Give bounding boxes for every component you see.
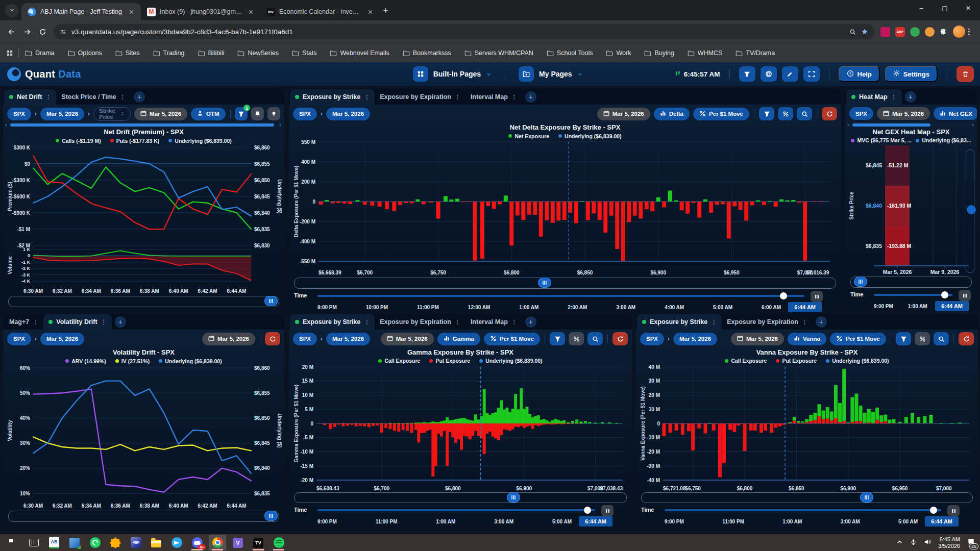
time-slider[interactable]	[317, 295, 804, 297]
add-tab-button[interactable]: +	[525, 91, 536, 103]
panel-tab-net-drift[interactable]: Net Drift⋮	[4, 89, 56, 105]
reload-button[interactable]	[39, 28, 46, 36]
panel-tab-exposure-by-expiration[interactable]: Exposure by Expiration⋮	[722, 314, 813, 330]
extensions-puzzle-icon[interactable]	[940, 28, 947, 35]
add-tab-button[interactable]: +	[134, 91, 145, 103]
search-icon[interactable]	[849, 29, 856, 35]
tab-close-icon[interactable]: ✕	[127, 8, 136, 16]
tab-menu-icon[interactable]: ⋮	[511, 94, 517, 101]
url-text[interactable]: v3.quantdata.us/page/custom/3bdaa9b2-c8d…	[71, 28, 844, 36]
bookmark-newseries[interactable]: NewSeries	[237, 49, 278, 57]
range-handle[interactable]	[264, 296, 278, 306]
panel-tab-interval-map[interactable]: Interval Map⋮	[465, 314, 522, 330]
legend-item[interactable]: Net Exposure	[508, 133, 549, 139]
time-slider[interactable]	[874, 294, 952, 296]
calendar-date-pill[interactable]: Mar 5, 2026	[877, 107, 930, 120]
taskbar-clock[interactable]: 6:45 AM 3/5/2026	[938, 536, 960, 549]
tab-menu-icon[interactable]: ⋮	[711, 319, 717, 325]
date-pill[interactable]: Mar 5, 2026	[40, 333, 84, 345]
range-handle[interactable]	[854, 277, 867, 287]
trash-button[interactable]	[957, 66, 974, 82]
bookmark-school-tools[interactable]: School Tools	[547, 49, 593, 57]
legend-item[interactable]: ARV (14.99%)	[65, 358, 106, 364]
bookmark-trading[interactable]: Trading	[153, 49, 185, 57]
calendar-date-pill[interactable]: Mar 5, 2026	[134, 108, 187, 120]
edit-button[interactable]	[782, 66, 798, 82]
tab-search-button[interactable]	[5, 4, 18, 17]
zoom-button[interactable]	[797, 107, 812, 120]
vertical-scroll-knob[interactable]	[967, 205, 976, 214]
filter-button[interactable]	[759, 107, 774, 120]
ideas-button[interactable]	[267, 107, 280, 120]
tab-menu-icon[interactable]: ⋮	[101, 319, 107, 325]
taskbar-icon-spotify[interactable]	[270, 535, 287, 550]
vertical-scrollbar[interactable]	[966, 149, 974, 273]
range-scrollbar[interactable]	[641, 492, 973, 504]
pause-button[interactable]	[601, 505, 614, 516]
filter-button[interactable]	[550, 332, 565, 345]
adblock-extension-icon[interactable]: ABP	[895, 27, 905, 37]
panel-tab-stock-price-time[interactable]: Stock Price / Time⋮	[56, 89, 130, 105]
tab-menu-icon[interactable]: ⋮	[455, 94, 460, 101]
minimize-button[interactable]: –	[910, 0, 933, 16]
extension-icon[interactable]	[880, 27, 890, 37]
help-button[interactable]: ?Help	[839, 66, 880, 82]
toolbar-scrollbar[interactable]: ‹›	[848, 123, 974, 128]
symbol-pill[interactable]: SPX	[7, 108, 31, 120]
add-tab-button[interactable]: +	[525, 316, 536, 328]
symbol-pill[interactable]: SPX	[7, 333, 31, 345]
taskbar-icon-tradingview[interactable]: TV	[250, 535, 267, 550]
quantdata-logo[interactable]: Quant Data	[7, 67, 81, 81]
tab-menu-icon[interactable]: ⋮	[120, 94, 126, 101]
range-scrollbar[interactable]	[8, 296, 279, 307]
panel-tab-exposure-by-strike[interactable]: Exposure by Strike⋮	[637, 314, 722, 330]
symbol-pill[interactable]: SPX	[293, 108, 317, 120]
panel-tab-heat-map[interactable]: Heat Map⋮	[846, 89, 902, 105]
profile-avatar[interactable]	[953, 26, 965, 38]
pause-button[interactable]	[811, 291, 823, 302]
taskbar-icon-discord[interactable]: 9+	[188, 535, 206, 550]
legend-item[interactable]: Underlying ($6,839.00)	[479, 358, 542, 364]
taskbar-icon-telegram[interactable]	[168, 535, 185, 550]
bookmark-star-icon[interactable]	[861, 28, 868, 35]
zoom-button[interactable]	[934, 332, 949, 345]
bookmark-stats[interactable]: Stats	[292, 49, 317, 57]
filter-button[interactable]	[739, 66, 755, 82]
pause-button[interactable]	[959, 290, 971, 301]
tab-menu-icon[interactable]: ⋮	[802, 319, 807, 325]
range-scrollbar[interactable]	[8, 511, 279, 522]
time-slider[interactable]	[317, 509, 595, 511]
notification-center[interactable]: 25	[967, 538, 975, 547]
taskbar-icon-image-viewer[interactable]	[127, 535, 144, 550]
bookmark-tv-drama[interactable]: TV/Drama	[736, 49, 775, 57]
time-slider-knob[interactable]	[584, 507, 591, 514]
reset-button[interactable]	[612, 332, 628, 345]
tab-menu-icon[interactable]: ⋮	[511, 319, 517, 325]
tab-menu-icon[interactable]: ⋮	[33, 319, 38, 325]
panel-tab-exposure-by-expiration[interactable]: Exposure by Expiration⋮	[375, 314, 465, 330]
percent-toggle-button[interactable]	[569, 332, 584, 345]
time-slider-knob[interactable]	[941, 291, 948, 298]
tab-menu-icon[interactable]: ⋮	[364, 94, 370, 101]
panel-tab-exposure-by-expiration[interactable]: Exposure by Expiration⋮	[375, 89, 465, 105]
legend-item[interactable]: Underlying ($6,839.00)	[168, 138, 231, 144]
tab-close-icon[interactable]: ✕	[247, 8, 255, 16]
legend-item[interactable]: MVC ($6,775 Mar 5, ...	[851, 137, 912, 143]
bookmark-sites[interactable]: Sites	[115, 49, 140, 57]
toolbar-scrollbar[interactable]: ‹›	[6, 123, 281, 128]
new-tab-button[interactable]: +	[383, 6, 388, 16]
browser-menu-icon[interactable]: ⋮	[965, 27, 973, 36]
calendar-date-pill[interactable]: Mar 5, 2026	[202, 333, 255, 345]
settings-button[interactable]: Settings	[885, 66, 938, 82]
otm-pill[interactable]: OTM	[191, 108, 226, 120]
site-info-icon[interactable]	[60, 29, 66, 35]
panel-tab-volatility-drift[interactable]: Volatility Drift⋮	[43, 314, 111, 330]
legend-item[interactable]: Underlying ($6,83...	[916, 137, 971, 143]
nav-built-in-pages[interactable]: Built-In Pages	[413, 66, 492, 82]
forward-button[interactable]	[23, 28, 32, 36]
filter-button[interactable]	[896, 332, 911, 345]
legend-item[interactable]: Call Exposure	[725, 358, 767, 364]
per-move-pill[interactable]: Per $1 Move	[484, 333, 540, 345]
taskbar-icon-vmware[interactable]: V	[229, 535, 247, 550]
legend-item[interactable]: IV (27.51%)	[115, 358, 150, 364]
